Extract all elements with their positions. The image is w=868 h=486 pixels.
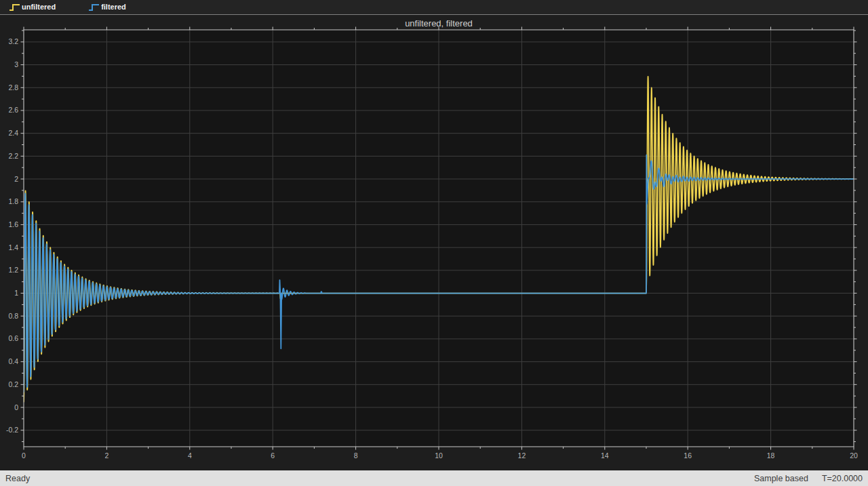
svg-text:1: 1 bbox=[14, 289, 18, 297]
svg-text:2: 2 bbox=[14, 175, 18, 183]
legend-item-filtered[interactable]: filtered bbox=[88, 0, 126, 14]
svg-text:1.6: 1.6 bbox=[8, 220, 18, 228]
legend-item-unfiltered[interactable]: unfiltered bbox=[9, 0, 56, 14]
svg-text:2: 2 bbox=[104, 451, 108, 460]
svg-text:2.6: 2.6 bbox=[8, 106, 18, 114]
svg-text:14: 14 bbox=[601, 451, 609, 460]
svg-text:1.8: 1.8 bbox=[8, 197, 18, 205]
svg-text:0: 0 bbox=[22, 451, 26, 460]
svg-text:10: 10 bbox=[435, 451, 443, 460]
svg-text:20: 20 bbox=[850, 451, 858, 460]
status-sim-time: T=20.0000 bbox=[822, 474, 863, 483]
status-ready: Ready bbox=[0, 474, 30, 483]
step-signal-icon-yellow bbox=[9, 2, 20, 12]
svg-text:12: 12 bbox=[518, 451, 526, 460]
svg-text:1.2: 1.2 bbox=[8, 266, 18, 274]
svg-text:6: 6 bbox=[271, 451, 275, 460]
svg-text:0.2: 0.2 bbox=[8, 380, 18, 388]
svg-text:-0.2: -0.2 bbox=[6, 426, 18, 434]
status-sample-mode: Sample based bbox=[754, 474, 808, 483]
svg-text:16: 16 bbox=[684, 451, 692, 460]
svg-text:1.4: 1.4 bbox=[8, 243, 18, 251]
status-bar: Ready Sample based T=20.0000 bbox=[0, 470, 868, 486]
svg-text:3: 3 bbox=[14, 60, 18, 68]
legend-toolbar: unfiltered filtered bbox=[0, 0, 868, 15]
scope-window: unfiltered filtered unfiltered, filtered… bbox=[0, 0, 868, 486]
legend-label-unfiltered: unfiltered bbox=[22, 0, 56, 14]
svg-text:18: 18 bbox=[767, 451, 775, 460]
legend-label-filtered: filtered bbox=[101, 0, 126, 14]
svg-text:4: 4 bbox=[188, 451, 192, 460]
svg-text:3.2: 3.2 bbox=[8, 37, 18, 45]
svg-text:0.4: 0.4 bbox=[8, 357, 18, 365]
svg-text:8: 8 bbox=[354, 451, 358, 460]
svg-text:0.8: 0.8 bbox=[8, 312, 18, 320]
step-signal-icon-blue bbox=[88, 2, 100, 12]
svg-text:0: 0 bbox=[14, 403, 18, 411]
svg-text:0.6: 0.6 bbox=[8, 334, 18, 342]
scope-plot-area[interactable]: unfiltered, filtered -0.200.20.40.60.811… bbox=[0, 15, 868, 470]
svg-text:2.8: 2.8 bbox=[8, 83, 18, 92]
svg-text:2.2: 2.2 bbox=[8, 152, 18, 160]
svg-text:2.4: 2.4 bbox=[8, 129, 18, 137]
